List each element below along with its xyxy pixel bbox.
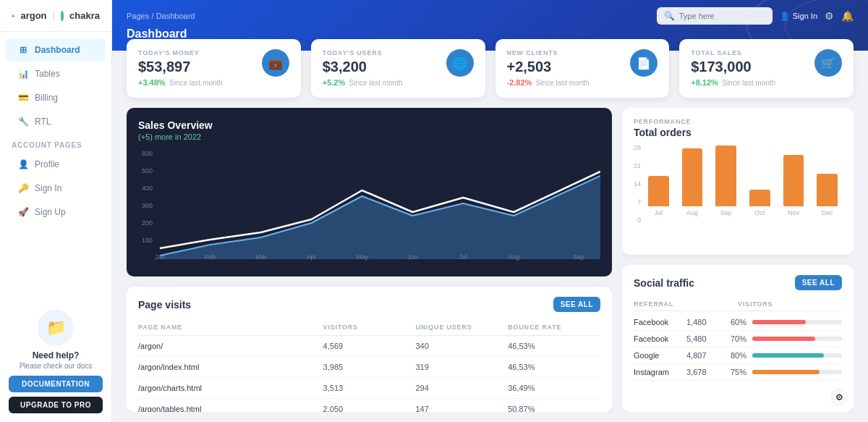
col-page-name: PAGE NAME: [138, 324, 323, 331]
stat-change-label-users: Since last month: [349, 79, 403, 87]
table-row: /argon/charts.html 3,513 294 36,49%: [138, 378, 600, 399]
cell-unique: 147: [415, 405, 508, 412]
progress-bar: [752, 353, 824, 358]
bar: [749, 190, 770, 206]
page-visits-header: Page visits SEE ALL: [138, 297, 600, 312]
bar-group: Aug: [678, 144, 707, 216]
bar-x-label: Dec: [822, 209, 833, 216]
stat-card-money: TODAY'S MONEY $53,897 +3.48% Since last …: [127, 39, 301, 98]
sidebar-item-profile[interactable]: 👤 Profile: [6, 153, 106, 176]
performance-title: Total orders: [634, 127, 842, 138]
performance-card: PERFORMANCE Total orders 28 21 14 7 0 Ju…: [622, 108, 854, 255]
page-visits-see-all[interactable]: SEE ALL: [553, 297, 600, 312]
sidebar-rtl-label: RTL: [35, 117, 51, 127]
main-content: Pages / Dashboard 🔍 👤 Sign In ⚙ 🔔 Dashbo…: [112, 0, 868, 422]
stat-change-pct-money: +3.48%: [138, 78, 166, 87]
cell-unique: 340: [415, 342, 508, 350]
sidebar-item-billing[interactable]: 💳 Billing: [6, 86, 106, 109]
sidebar-item-rtl[interactable]: 🔧 RTL: [6, 110, 106, 133]
help-subtitle: Please check our docs: [9, 362, 103, 370]
stat-value-users: $3,200: [323, 59, 403, 75]
cell-bounce: 50,87%: [508, 405, 600, 412]
stat-change-pct-sales: +8.12%: [691, 78, 718, 87]
documentation-button[interactable]: DOCUMENTATION: [9, 376, 103, 392]
table-row: /argon/ 4,569 340 46,53%: [138, 336, 600, 357]
user-icon: 👤: [17, 159, 29, 170]
bar: [817, 174, 837, 206]
cell-visitors: 3,513: [323, 384, 416, 392]
svg-text:Mar: Mar: [255, 253, 266, 261]
logo-divider: |: [53, 11, 55, 21]
sales-chart-svg: 600 500 400 300 200 100: [138, 147, 600, 263]
social-visitor-count: 1,480: [686, 318, 719, 326]
svg-text:Jul: Jul: [459, 253, 467, 261]
col-unique: UNIQUE USERS: [415, 324, 508, 331]
sidebar-item-tables[interactable]: 📊 Tables: [6, 62, 106, 85]
rtl-icon: 🔧: [17, 116, 29, 127]
sidebar-item-signup[interactable]: 🚀 Sign Up: [6, 201, 106, 224]
help-icon: 📁: [38, 310, 74, 346]
stat-change-money: +3.48% Since last month: [138, 77, 223, 88]
chakra-label: chakra: [69, 10, 100, 21]
stat-info-sales: TOTAL SALES $173,000 +8.12% Since last m…: [691, 49, 775, 88]
sidebar-logo: argon | chakra: [0, 0, 111, 32]
table-row: /argon/index.html 3,985 319 46,53%: [138, 357, 600, 378]
cell-page-name: /argon/tables.html: [138, 405, 323, 412]
cell-visitors: 2,050: [323, 405, 416, 412]
sales-chart-subtitle: (+5) more in 2022: [138, 132, 600, 141]
breadcrumb-current: Dashboard: [156, 12, 195, 20]
sidebar-item-signin[interactable]: 🔑 Sign In: [6, 177, 106, 200]
social-traffic-header: Social traffic SEE ALL: [634, 275, 842, 290]
upgrade-button[interactable]: UPGRADE TO PRO: [9, 397, 103, 413]
bar-x-label: Nov: [788, 209, 799, 216]
home-icon: ⊞: [17, 44, 29, 56]
chakra-dot-icon: [61, 11, 64, 21]
social-percentage: 70%: [725, 334, 746, 343]
social-table-head: REFERRAL VISITORS: [634, 297, 842, 311]
bar-x-label: Oct: [754, 209, 765, 216]
sidebar: argon | chakra ⊞ Dashboard 📊 Tables 💳 Bi…: [0, 0, 112, 422]
stat-change-pct-clients: -2.82%: [507, 78, 532, 87]
sidebar-signup-label: Sign Up: [35, 207, 66, 217]
stat-icon-sales: 🛒: [814, 49, 842, 77]
social-referral-name: Google: [634, 351, 681, 360]
stat-icon-clients: 📄: [630, 49, 658, 77]
svg-text:May: May: [356, 253, 368, 261]
social-see-all[interactable]: SEE ALL: [795, 275, 842, 290]
breadcrumb: Pages / Dashboard: [127, 11, 195, 21]
col-referral: REFERRAL: [634, 300, 738, 308]
y-label-14: 14: [634, 180, 641, 187]
col-bounce: BOUNCE RATE: [508, 324, 600, 331]
page-visits-table-body: /argon/ 4,569 340 46,53% /argon/index.ht…: [138, 336, 600, 412]
argon-logo-icon: [12, 11, 14, 21]
cell-bounce: 36,49%: [508, 384, 600, 392]
billing-icon: 💳: [17, 92, 29, 104]
cell-visitors: 3,985: [323, 363, 416, 371]
gear-icon: ⚙: [835, 392, 843, 402]
bar-x-label: Aug: [686, 209, 698, 216]
sidebar-dashboard-label: Dashboard: [35, 45, 80, 55]
bar-x-label: Sep: [720, 209, 732, 216]
social-visitor-count: 3,678: [686, 368, 719, 376]
signup-icon: 🚀: [17, 206, 29, 218]
cell-unique: 294: [415, 384, 508, 392]
sidebar-navigation: ⊞ Dashboard 📊 Tables 💳 Billing 🔧 RTL ACC…: [0, 32, 111, 301]
cell-page-name: /argon/index.html: [138, 363, 323, 371]
social-referral-name: Instagram: [634, 368, 681, 376]
bar-group: Sep: [711, 144, 741, 216]
svg-text:400: 400: [142, 185, 153, 192]
svg-text:600: 600: [142, 150, 153, 157]
table-icon: 📊: [17, 68, 29, 80]
settings-gear-button[interactable]: ⚙: [830, 389, 848, 406]
y-label-0: 0: [634, 216, 641, 224]
progress-bar: [752, 337, 815, 341]
social-list-item: Facebook 1,480 60%: [634, 314, 842, 331]
col-visitors-social: VISITORS: [738, 300, 842, 308]
cell-page-name: /argon/: [138, 342, 323, 350]
sidebar-item-dashboard[interactable]: ⊞ Dashboard: [6, 38, 106, 62]
sales-chart-title: Sales Overview: [138, 119, 600, 131]
right-column: PERFORMANCE Total orders 28 21 14 7 0 Ju…: [622, 108, 854, 412]
stats-row: TODAY'S MONEY $53,897 +3.48% Since last …: [112, 39, 868, 98]
progress-bar-wrap: [752, 353, 842, 358]
col-visitors: VISITORS: [323, 324, 416, 331]
